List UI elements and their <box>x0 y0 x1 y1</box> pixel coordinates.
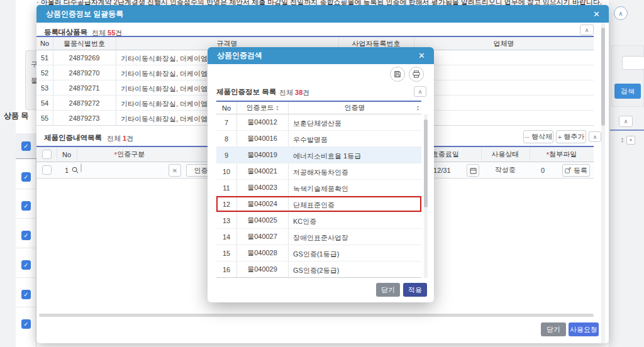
col-cert-name[interactable]: 인증명▴▾ <box>288 102 421 114</box>
col-no: No <box>36 37 53 50</box>
table-row[interactable]: 7 물040012 보훈단체생산품 <box>216 114 421 131</box>
cert-detail-title: 제품인증내역목록 <box>44 133 102 143</box>
table-row-selected[interactable]: 9 물040019 에너지소비효율 1등급 <box>216 147 421 163</box>
row-add-button[interactable]: +행추가 <box>556 130 586 143</box>
cell-no: 51 <box>36 50 53 65</box>
cell-item-id: 24879269 <box>53 50 116 65</box>
background-section-label: 상품 목 <box>4 111 34 121</box>
cell-name: 보훈단체생산품 <box>293 119 418 128</box>
row-checkbox[interactable]: ✓ <box>21 201 31 211</box>
close-icon[interactable]: ✕ <box>593 5 600 23</box>
save-icon <box>394 70 401 78</box>
close-button[interactable]: 닫기 <box>541 322 566 336</box>
col-cert-code[interactable]: 인증코드▴▾ <box>236 102 288 114</box>
col-no: No <box>57 147 77 162</box>
calendar-icon <box>470 167 477 174</box>
cell-code: 물040021 <box>236 163 288 179</box>
print-button[interactable] <box>409 67 424 82</box>
cell-name: 우수발명품 <box>293 135 418 145</box>
cell-name: GS인증(1등급) <box>293 250 418 259</box>
cell-no: 12 <box>216 196 236 212</box>
cell-name: 녹색기술제품확인 <box>293 184 418 194</box>
cell-item-id: 24879273 <box>53 111 116 125</box>
cell-no: 16 <box>216 262 236 277</box>
cell-name: 단체표준인증 <box>293 201 418 210</box>
cell-no: 55 <box>36 111 53 125</box>
select-all-checkbox[interactable]: ✓ <box>21 141 31 151</box>
col-attach: *첨부파일 <box>530 147 594 162</box>
cell-no: 14 <box>216 229 236 245</box>
row-checkbox[interactable]: ✓ <box>21 319 31 329</box>
table-row[interactable]: 16 물040029 GS인증(2등급) <box>216 262 421 278</box>
background-input[interactable] <box>622 56 644 70</box>
background-collapse-button[interactable]: ∧ <box>619 116 633 127</box>
row-checkbox[interactable] <box>42 165 52 175</box>
cell-use-status: 작성중 <box>481 162 530 178</box>
modal-header: 상품인증검색 ✕ <box>208 47 434 64</box>
close-icon[interactable]: ✕ <box>418 47 425 64</box>
cell-name: GS인증(2등급) <box>293 266 418 275</box>
save-button[interactable] <box>390 67 405 82</box>
background-checkbox-column: ✓ ✓ ✓ ✓ ✓ ✓ ✓ <box>16 133 36 347</box>
table-row-highlighted[interactable]: 12 물040024 단체표준인증 <box>216 196 421 212</box>
row-checkbox[interactable]: ✓ <box>21 260 31 270</box>
target-items-collapse-button[interactable]: ∧ <box>580 25 594 35</box>
select-all-checkbox[interactable] <box>42 150 52 159</box>
cell-name: 장애인표준사업장 <box>293 233 418 243</box>
search-icon <box>72 167 79 174</box>
vertical-scrollbar[interactable] <box>424 114 428 278</box>
background-search-button[interactable]: 검색 <box>614 84 641 99</box>
filter-dropdown-icon[interactable]: ▾ <box>626 136 635 145</box>
cell-valid-end: /12/31 <box>431 167 463 174</box>
cell-name: KC인증 <box>293 217 418 226</box>
cell-no: 7 <box>216 114 236 130</box>
attach-register-button[interactable]: 등록 <box>562 164 590 177</box>
divider <box>610 129 644 131</box>
cert-detail-collapse-button[interactable]: ∧ <box>589 131 601 142</box>
cell-no: 52 <box>36 65 53 80</box>
scroll-to-top-button[interactable]: ∧ <box>614 6 628 20</box>
vertical-scrollbar[interactable] <box>601 23 605 343</box>
modal-header: 상품인증정보 일괄등록 ✕ <box>36 5 609 23</box>
cell-code: 물040028 <box>236 245 288 261</box>
sort-icon: ▴▾ <box>276 105 278 111</box>
cell-code: 물040016 <box>236 131 288 146</box>
cell-code: 물040025 <box>236 212 288 228</box>
cert-detail-count: 전체 1건 <box>107 134 133 143</box>
minus-icon: — <box>525 134 530 140</box>
scrollbar-thumb[interactable] <box>424 119 428 207</box>
row-checkbox-cell <box>36 162 57 178</box>
sort-icon: ▴▾ <box>417 105 419 111</box>
calendar-button[interactable] <box>467 164 479 177</box>
use-request-button[interactable]: 사용요청 <box>569 322 599 336</box>
cell-attach-count: 0 <box>530 162 556 178</box>
clear-cert-type-button[interactable]: ✕ <box>169 164 181 177</box>
table-row[interactable]: 13 물040025 KC인증 <box>216 212 421 229</box>
cell-no: 8 <box>216 131 236 146</box>
cell-no: 15 <box>216 245 236 261</box>
row-delete-button[interactable]: —행삭제 <box>523 130 553 143</box>
cell-item-id: 24879271 <box>53 80 116 95</box>
cell-code: 물040029 <box>236 262 288 277</box>
col-use-status: 사용상태 <box>481 147 530 162</box>
row-checkbox[interactable]: ✓ <box>21 231 31 240</box>
close-button[interactable]: 닫기 <box>376 283 400 297</box>
table-row[interactable]: 11 물040023 녹색기술제품확인 <box>216 180 421 196</box>
col-item-id: 물품식별번호 <box>53 37 116 50</box>
cert-list-collapse-button[interactable]: ∧ <box>414 86 426 97</box>
horizontal-scrollbar[interactable] <box>39 314 594 317</box>
row-checkbox[interactable]: ✓ <box>21 172 31 182</box>
table-row[interactable]: 10 물040021 저공해자동차인증 <box>216 163 421 180</box>
apply-button[interactable]: 적용 <box>403 283 427 297</box>
table-row[interactable]: 8 물040016 우수발명품 <box>216 131 421 147</box>
sort-icon[interactable]: ▴▾ <box>621 137 623 143</box>
cell-no: 53 <box>36 80 53 95</box>
row-checkbox[interactable]: ✓ <box>21 290 31 299</box>
modal-title: 상품인증검색 <box>208 50 262 61</box>
cell-no: 11 <box>216 180 236 196</box>
scrollbar-thumb[interactable] <box>601 28 605 126</box>
table-row[interactable]: 14 물040027 장애인표준사업장 <box>216 229 421 245</box>
cell-code: 물040019 <box>236 147 288 163</box>
table-row[interactable]: 15 물040028 GS인증(1등급) <box>216 245 421 262</box>
cert-type-input[interactable] <box>80 163 82 172</box>
